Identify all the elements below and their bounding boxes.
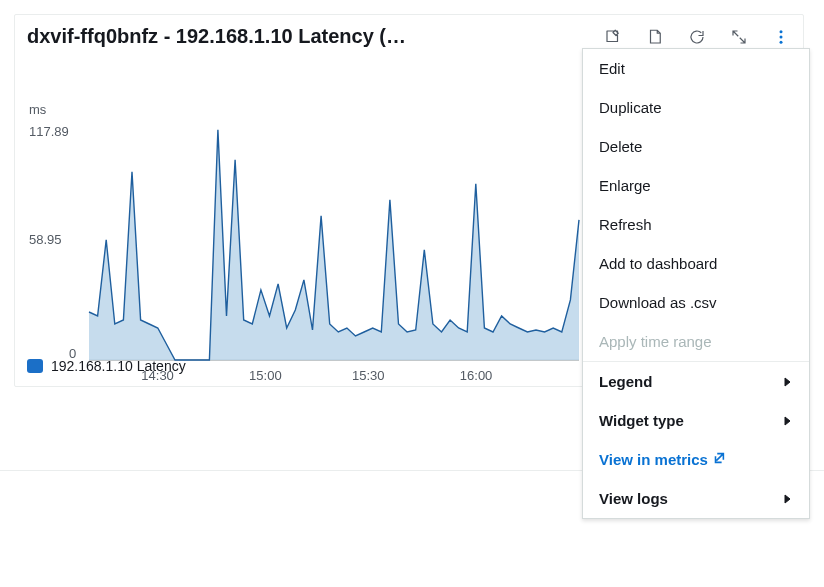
- svg-point-2: [780, 40, 783, 43]
- widget-title: dxvif-ffq0bnfz - 192.168.1.10 Latency (…: [27, 25, 406, 48]
- menu-item-legend[interactable]: Legend: [583, 362, 809, 401]
- svg-point-0: [780, 30, 783, 33]
- menu-label: Download as .csv: [599, 294, 717, 311]
- chart-plot[interactable]: [89, 124, 579, 360]
- menu-label: Edit: [599, 60, 625, 77]
- x-tick: 15:30: [352, 368, 385, 383]
- y-tick-zero: 0: [69, 346, 76, 361]
- menu-label: View in metrics: [599, 451, 726, 468]
- menu-label: Refresh: [599, 216, 652, 233]
- y-tick-mid: 58.95: [29, 232, 62, 247]
- menu-item-enlarge[interactable]: Enlarge: [583, 166, 809, 205]
- x-tick: 15:00: [249, 368, 282, 383]
- menu-label: Apply time range: [599, 333, 712, 350]
- menu-item-delete[interactable]: Delete: [583, 127, 809, 166]
- copy-icon[interactable]: [645, 27, 665, 47]
- menu-item-apply-time-range: Apply time range: [583, 322, 809, 361]
- expand-icon[interactable]: [729, 27, 749, 47]
- chevron-right-icon: [783, 490, 793, 507]
- menu-label: View logs: [599, 490, 668, 507]
- menu-label: Delete: [599, 138, 642, 155]
- more-menu-dropdown: Edit Duplicate Delete Enlarge Refresh Ad…: [582, 48, 810, 519]
- menu-item-duplicate[interactable]: Duplicate: [583, 88, 809, 127]
- external-link-icon: [712, 451, 726, 468]
- more-menu-icon[interactable]: [771, 27, 791, 47]
- chevron-right-icon: [783, 373, 793, 390]
- menu-label: Legend: [599, 373, 652, 390]
- menu-label: Enlarge: [599, 177, 651, 194]
- y-tick-max: 117.89: [29, 124, 69, 139]
- menu-item-view-logs[interactable]: View logs: [583, 479, 809, 518]
- menu-label: Widget type: [599, 412, 684, 429]
- menu-item-download-csv[interactable]: Download as .csv: [583, 283, 809, 322]
- menu-item-edit[interactable]: Edit: [583, 49, 809, 88]
- edit-icon[interactable]: [603, 27, 623, 47]
- menu-item-refresh[interactable]: Refresh: [583, 205, 809, 244]
- svg-point-1: [780, 35, 783, 38]
- header-icons: [603, 27, 791, 47]
- menu-label: Add to dashboard: [599, 255, 717, 272]
- menu-item-view-in-metrics[interactable]: View in metrics: [583, 440, 809, 479]
- refresh-icon[interactable]: [687, 27, 707, 47]
- x-tick: 16:00: [460, 368, 493, 383]
- legend-swatch: [27, 359, 43, 373]
- chevron-right-icon: [783, 412, 793, 429]
- menu-label: Duplicate: [599, 99, 662, 116]
- menu-item-widget-type[interactable]: Widget type: [583, 401, 809, 440]
- x-tick: 14:30: [141, 368, 174, 383]
- menu-item-add-to-dashboard[interactable]: Add to dashboard: [583, 244, 809, 283]
- y-axis-unit: ms: [29, 102, 46, 117]
